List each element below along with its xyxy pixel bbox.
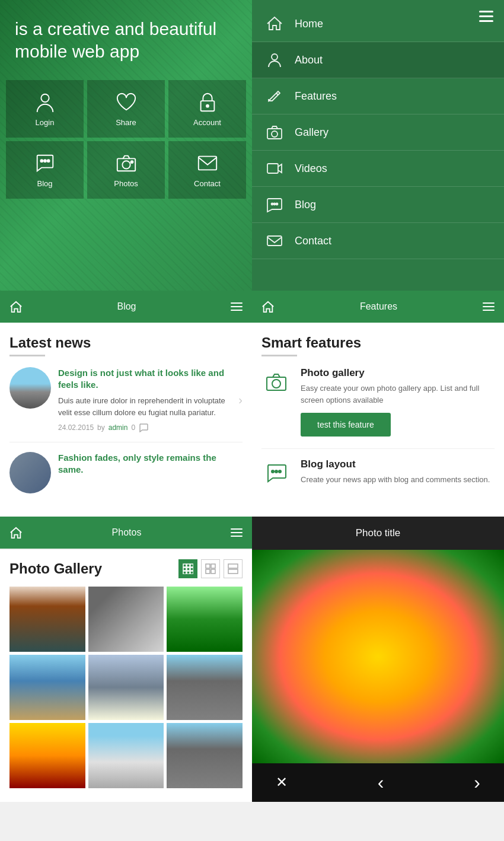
photo-cell-6[interactable]: [167, 655, 243, 720]
photo-close-button[interactable]: ✕: [276, 774, 288, 791]
view-grid-2-button[interactable]: [201, 559, 220, 578]
news-by: by: [97, 423, 105, 432]
svg-rect-33: [211, 564, 215, 568]
nav-hamburger-button[interactable]: [479, 11, 493, 22]
photo-main: [252, 550, 504, 763]
gallery-camera-icon: [266, 124, 283, 141]
svg-rect-25: [190, 564, 193, 567]
hero-tile-share-label: Share: [116, 118, 136, 127]
nav-item-features[interactable]: Features: [252, 78, 504, 114]
svg-rect-17: [267, 236, 282, 246]
svg-rect-35: [211, 569, 215, 574]
features-navbar-home-icon[interactable]: [261, 300, 275, 313]
photo-cell-3[interactable]: [167, 587, 243, 652]
features-navbar: Features: [252, 291, 504, 323]
person-icon: [266, 52, 283, 68]
news-author-link-1[interactable]: admin: [109, 423, 128, 432]
hero-tile-share[interactable]: Share: [87, 80, 165, 138]
news-link-1[interactable]: Design is not just what it looks like an…: [58, 367, 231, 390]
hero-tile-photos-label: Photos: [114, 179, 138, 188]
hero-tile-login[interactable]: Login: [6, 80, 84, 138]
photo-title-bar: Photo title: [252, 517, 504, 550]
svg-rect-37: [228, 569, 238, 574]
blog-navbar-title: Blog: [117, 301, 136, 312]
home-icon: [266, 15, 283, 32]
photo-cell-1[interactable]: [9, 587, 85, 652]
feature-body-photo-gallery: Photo gallery Easy create your own photo…: [301, 367, 495, 437]
comment-icon: [139, 423, 148, 432]
blog-navbar: Blog: [0, 291, 252, 323]
svg-point-8: [130, 161, 133, 163]
news-excerpt-1: Duis aute irure dolor in reprehenderit i…: [58, 395, 231, 418]
nav-item-blog-label: Blog: [295, 199, 316, 211]
photo-cell-7[interactable]: [9, 723, 85, 788]
photo-cell-2[interactable]: [88, 587, 164, 652]
nav-panel: Home About Features: [252, 0, 504, 291]
svg-rect-30: [187, 571, 190, 574]
photo-prev-button[interactable]: ‹: [378, 772, 384, 794]
svg-point-3: [40, 160, 43, 162]
nav-item-gallery-label: Gallery: [295, 126, 328, 139]
news-date-1: 24.02.2015: [58, 423, 94, 432]
view-icons: [178, 559, 243, 578]
grid-1-icon: [228, 563, 238, 574]
features-navbar-menu[interactable]: [483, 302, 495, 311]
photo-cell-8[interactable]: [88, 723, 164, 788]
nav-item-contact[interactable]: Contact: [252, 223, 504, 259]
blog-navbar-home-icon[interactable]: [9, 300, 23, 313]
photos-gallery-title: Photo Gallery: [9, 560, 102, 577]
news-thumb-1: [9, 367, 51, 409]
photos-navbar-menu[interactable]: [231, 528, 243, 537]
hero-tile-account[interactable]: Account: [168, 80, 246, 138]
photo-view-section: ✕ ‹ ›: [252, 550, 504, 802]
svg-rect-13: [267, 164, 278, 173]
feature-desc-blog-layout: Create your news app with blog and comme…: [301, 474, 495, 486]
hero-tile-photos[interactable]: Photos: [87, 141, 165, 199]
envelope-icon: [196, 152, 219, 174]
svg-rect-9: [198, 157, 216, 170]
hero-tile-contact[interactable]: Contact: [168, 141, 246, 199]
nav-item-videos[interactable]: Videos: [252, 151, 504, 187]
feature-camera-icon: [264, 370, 288, 394]
photos-header: Photo Gallery: [9, 559, 243, 578]
blog-chat-icon: [34, 152, 56, 174]
test-feature-button[interactable]: test this feature: [301, 413, 391, 437]
feature-title-blog-layout: Blog layout: [301, 458, 495, 470]
heart-icon: [115, 91, 138, 113]
blog-navbar-menu[interactable]: [231, 302, 243, 311]
grid-3-icon: [183, 563, 193, 574]
photos-navbar: Photos: [0, 517, 252, 549]
view-grid-1-button[interactable]: [224, 559, 243, 578]
svg-point-21: [275, 470, 277, 473]
photo-controls: ✕ ‹ ›: [252, 763, 504, 802]
photo-cell-9[interactable]: [167, 723, 243, 788]
hero-tile-blog[interactable]: Blog: [6, 141, 84, 199]
svg-rect-24: [187, 564, 190, 567]
photo-cell-5[interactable]: [88, 655, 164, 720]
feature-item-photo-gallery: Photo gallery Easy create your own photo…: [261, 367, 495, 437]
svg-point-7: [122, 161, 130, 168]
news-item-2: Fashion fades, only style remains the sa…: [9, 452, 243, 493]
photo-cell-4[interactable]: [9, 655, 85, 720]
nav-item-gallery[interactable]: Gallery: [252, 114, 504, 151]
view-grid-3-button[interactable]: [178, 559, 197, 578]
grid-2-icon: [205, 563, 216, 574]
feature-icon-chat: [261, 458, 291, 488]
feature-divider: [261, 448, 495, 449]
svg-rect-31: [190, 571, 193, 574]
features-section: Smart features Photo gallery Easy create…: [252, 323, 504, 517]
feature-title-photo-gallery: Photo gallery: [301, 367, 495, 379]
nav-item-contact-label: Contact: [295, 235, 331, 247]
photo-next-button[interactable]: ›: [474, 772, 480, 794]
nav-menu: Home About Features: [252, 6, 504, 259]
photos-navbar-home-icon[interactable]: [9, 526, 23, 539]
nav-item-blog[interactable]: Blog: [252, 187, 504, 223]
news-item-1: Design is not just what it looks like an…: [9, 367, 243, 432]
news-chevron-1[interactable]: ›: [238, 393, 243, 407]
svg-point-12: [272, 131, 277, 137]
pencil-icon: [266, 88, 283, 104]
nav-item-about[interactable]: About: [252, 42, 504, 78]
nav-item-home[interactable]: Home: [252, 6, 504, 42]
news-link-2[interactable]: Fashion fades, only style remains the sa…: [58, 452, 243, 475]
svg-point-19: [272, 380, 280, 388]
